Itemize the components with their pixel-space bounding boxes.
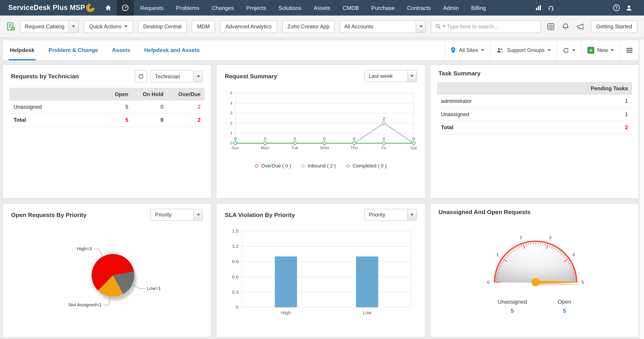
period-dropdown[interactable]: Last week — [364, 70, 417, 82]
global-search — [431, 20, 541, 33]
support-groups-dropdown[interactable]: Support Groups — [490, 40, 556, 60]
getting-started-button[interactable]: Getting Started — [591, 20, 638, 33]
legend-item-inbound[interactable]: Inbound ( 2 ) — [302, 163, 336, 169]
nav-item-contracts[interactable]: Contracts — [401, 0, 437, 15]
search-scope-chevron-icon[interactable] — [442, 25, 446, 27]
dashboard-menu-button[interactable] — [620, 40, 638, 60]
svg-text:0: 0 — [236, 305, 239, 310]
pending-count[interactable]: 1 — [554, 95, 632, 108]
total-overdue-count[interactable]: 2 — [168, 113, 205, 126]
priority-dropdown[interactable]: Priority — [150, 209, 203, 221]
legend-item-completed[interactable]: Completed ( 0 ) — [346, 163, 386, 169]
total-pending-count[interactable]: 2 — [554, 121, 632, 134]
dashboard-gauge-icon — [122, 4, 129, 11]
card-open-requests-by-priority: Open Requests By Priority Priority High=… — [2, 203, 212, 337]
card-title: Task Summary — [438, 70, 480, 77]
gauge-stats: Unassigned 5 Open 5 — [430, 299, 639, 314]
notifications-button[interactable] — [561, 22, 570, 31]
card-title: Open Requests By Priority — [11, 212, 86, 218]
desktop-central-button[interactable]: Desktop Central — [138, 20, 187, 33]
chevron-down-icon[interactable] — [68, 21, 78, 32]
tab-problem-change[interactable]: Problem & Change — [42, 40, 105, 60]
svg-text:0.3: 0.3 — [232, 290, 239, 295]
request-catalog-icon[interactable] — [6, 22, 15, 31]
request-catalog-dropdown[interactable]: Request Catalog — [20, 20, 79, 33]
announcements-button[interactable] — [576, 22, 586, 31]
legend-item-overdue[interactable]: OverDue ( 0 ) — [255, 163, 291, 169]
svg-text:0: 0 — [234, 136, 237, 141]
search-input[interactable] — [447, 23, 537, 29]
search-icon — [435, 23, 441, 29]
recent-items-button[interactable] — [546, 22, 556, 31]
nav-item-solutions[interactable]: Solutions — [272, 0, 308, 15]
nav-item-projects[interactable]: Projects — [240, 0, 272, 15]
svg-text:5: 5 — [581, 280, 584, 285]
chevron-down-icon — [124, 25, 128, 27]
nav-item-changes[interactable]: Changes — [206, 0, 240, 15]
stat-value-link[interactable]: 5 — [498, 308, 527, 314]
app-logo: ServiceDesk Plus MSP — [0, 0, 100, 15]
column-header-pending-tasks[interactable]: Pending Tasks — [554, 82, 632, 95]
refresh-widget-button[interactable] — [135, 70, 147, 83]
nav-item-admin[interactable]: Admin — [437, 0, 465, 15]
stat-value-link[interactable]: 5 — [558, 308, 571, 314]
new-button[interactable]: + New — [581, 40, 620, 60]
svg-text:0: 0 — [323, 136, 326, 141]
table-row-total: Total 5 0 2 — [10, 113, 204, 126]
headset-icon — [547, 4, 554, 11]
chevron-down-icon[interactable] — [416, 21, 426, 32]
nav-item-billing[interactable]: Billing — [465, 0, 492, 15]
chevron-down-icon — [407, 209, 416, 220]
page-scrollbar[interactable] — [639, 39, 644, 339]
card-title: Requests by Technician — [11, 73, 79, 79]
nav-item-requests[interactable]: Requests — [134, 0, 170, 15]
mdm-button[interactable]: MDM — [192, 20, 215, 33]
svg-text:Not Assigned=1: Not Assigned=1 — [68, 302, 102, 307]
new-button-label: New — [597, 47, 608, 53]
column-header[interactable] — [10, 88, 97, 101]
stat-unassigned: Unassigned 5 — [498, 299, 527, 314]
nav-item-purchase[interactable]: Purchase — [365, 0, 401, 15]
period-dropdown-value: Last week — [364, 71, 408, 82]
column-header-onhold[interactable]: On Hold — [132, 88, 168, 101]
help-button[interactable]: ? — [610, 0, 623, 15]
stat-label: Unassigned — [498, 299, 527, 305]
svg-text:0: 0 — [294, 136, 296, 141]
open-count[interactable]: 5 — [97, 101, 132, 113]
tab-assets[interactable]: Assets — [105, 40, 137, 60]
recent-items-icon — [547, 22, 555, 30]
nav-item-assets[interactable]: Assets — [308, 0, 337, 15]
zoho-creator-app-button[interactable]: Zoho Creator App — [282, 20, 334, 33]
refresh-dropdown[interactable] — [556, 40, 581, 60]
reports-button[interactable] — [532, 0, 545, 15]
priority-dropdown[interactable]: Priority — [364, 209, 417, 221]
home-button[interactable] — [100, 0, 117, 15]
support-button[interactable] — [545, 0, 557, 15]
dashboard-button[interactable] — [117, 0, 134, 15]
column-header-open[interactable]: Open — [97, 88, 132, 101]
completed-marker-icon — [346, 164, 350, 168]
total-onhold-count[interactable]: 0 — [132, 113, 168, 126]
request-summary-legend: OverDue ( 0 ) Inbound ( 2 ) Completed ( … — [216, 163, 425, 169]
advanced-analytics-button[interactable]: Advanced Analytics — [220, 20, 277, 33]
column-header-overdue[interactable]: OverDue — [168, 88, 205, 101]
tab-helpdesk-and-assets[interactable]: Helpdesk and Assets — [137, 40, 207, 60]
accounts-dropdown[interactable]: All Accounts — [340, 20, 426, 33]
chevron-down-icon — [194, 71, 202, 82]
technician-dropdown[interactable]: Technician — [150, 70, 203, 82]
tab-helpdesk[interactable]: Helpdesk — [3, 40, 42, 60]
plus-icon: + — [587, 47, 594, 54]
quick-actions-dropdown[interactable]: Quick Actions — [84, 20, 133, 33]
chevron-down-icon — [611, 49, 614, 51]
svg-text:Low=1: Low=1 — [147, 286, 161, 291]
profile-button[interactable] — [622, 0, 635, 15]
svg-text:1.2: 1.2 — [232, 244, 239, 249]
column-header[interactable] — [437, 82, 554, 95]
overdue-count[interactable]: 2 — [168, 101, 205, 113]
onhold-count[interactable]: 0 — [132, 101, 168, 113]
nav-item-cmdb[interactable]: CMDB — [336, 0, 365, 15]
all-sites-dropdown[interactable]: All Sites — [444, 40, 490, 60]
total-open-count[interactable]: 5 — [97, 113, 132, 126]
nav-item-problems[interactable]: Problems — [170, 0, 206, 15]
pending-count[interactable]: 1 — [554, 108, 632, 121]
